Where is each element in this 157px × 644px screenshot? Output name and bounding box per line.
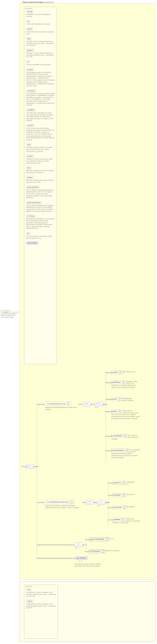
attr-pubconstraint: pubconstraint <box>26 186 40 189</box>
attr-uri: uri <box>26 20 30 23</box>
occurs: 0..1 <box>75 547 78 549</box>
attr-type: type <box>26 37 32 40</box>
occurs: 0..∞ <box>98 505 101 507</box>
connector <box>34 466 38 467</box>
attr-desc: One or many constraints that apply to pu… <box>26 205 55 212</box>
attr-roleuri: roleuri <box>26 600 34 603</box>
connector <box>37 404 37 558</box>
attr-any-other: any ##other <box>26 242 38 244</box>
group-def-desc: A group of properites required to define… <box>45 406 78 410</box>
elem-definition: definition+ <box>111 380 126 384</box>
attr-creatoruri: creatoruri <box>26 89 36 92</box>
attributes-frame: attributes qcodeA qualified code which i… <box>24 7 57 364</box>
plus-icon[interactable]: + <box>123 506 126 508</box>
rel-choice <box>97 500 106 504</box>
plus-icon[interactable]: + <box>119 410 121 412</box>
root-location: location <box>1 310 10 314</box>
plus-icon[interactable]: + <box>119 371 122 374</box>
attr-desc: One or many constraints that apply to pu… <box>26 189 55 199</box>
attr-desc: A free-text value assigned as property v… <box>26 31 55 35</box>
elem-facet: facet+ <box>111 410 123 413</box>
plus-icon[interactable]: + <box>126 449 128 452</box>
connector <box>37 544 76 545</box>
attr-desc: Indicates by which means the value was e… <box>26 146 55 152</box>
plus-icon[interactable]: + <box>122 494 125 496</box>
occurs: 0..∞ <box>79 560 82 562</box>
attr-desc: A refinement of the semantics of the loc… <box>26 592 56 597</box>
root-label: location <box>2 311 9 313</box>
attr-desc: A URI which identifies a concept. <box>26 23 55 25</box>
elem-note: note+ <box>111 397 122 401</box>
attr-desc: The type of the concept assigned as cont… <box>26 52 55 58</box>
area-choice <box>75 542 83 547</box>
minus-icon[interactable]: − <box>70 501 73 503</box>
extension-title: FlexLocationPropType (extension) <box>22 1 54 3</box>
def-seq2 <box>95 402 103 406</box>
attributes-title: attributes <box>25 585 58 587</box>
occurs: 0..∞ <box>95 406 98 408</box>
elem-hierarchyInfo: hierarchyInfo+ <box>111 448 130 452</box>
attr-howuri: howuri <box>26 155 34 158</box>
attr-how: how <box>26 143 32 146</box>
group-rel-desc: A group of properites required to indica… <box>45 505 83 508</box>
connector <box>21 466 27 467</box>
plus-icon[interactable]: + <box>106 538 108 540</box>
attr-desc: If set to true the corresponding propert… <box>26 128 55 141</box>
attr-id: id <box>26 60 30 63</box>
elem-broader: broader+ <box>113 493 126 497</box>
minus-icon[interactable]: − <box>67 402 69 405</box>
connector <box>103 404 107 405</box>
plus-icon[interactable]: + <box>124 435 126 437</box>
attr-desc: Indicates by which means the value was e… <box>26 158 55 164</box>
plus-icon[interactable]: + <box>123 482 125 484</box>
elem-remoteInfo: remoteInfo+ <box>111 434 128 438</box>
plus-icon[interactable]: + <box>122 381 125 384</box>
group-concept-definition: ConceptDefinitionGroup− <box>44 402 71 406</box>
group-concept-relationships: ConceptRelationshipsGroup− <box>44 500 75 504</box>
attr-whyuri: whyuri <box>26 176 34 179</box>
attr-creator: creator <box>26 68 34 71</box>
connector <box>83 544 87 545</box>
elem-name: name+ <box>111 370 123 374</box>
any-desc: Extension point for provider-defined pro… <box>75 563 106 567</box>
attr-desc: The local identifier of the property. <box>26 64 55 66</box>
rel-seq <box>86 500 94 504</box>
connector <box>108 482 108 526</box>
connector <box>105 502 109 503</box>
attr-pubconstrainturi: pubconstrainturi <box>26 201 42 204</box>
group-label: ConceptDefinitionGroup <box>46 403 65 405</box>
attr-modified: modified <box>26 108 35 112</box>
connector <box>12 312 19 312</box>
attr-desc: If the property value is not defined, sp… <box>26 72 55 87</box>
connector <box>37 558 76 559</box>
elem-geoAreaDetails: geoAreaDetails+ <box>89 537 110 541</box>
attr-desc: Why the metadata has been included - exp… <box>26 180 55 183</box>
attributes-title: attributes <box>25 7 57 9</box>
attr-qcode: qcode <box>26 10 33 13</box>
plus-icon[interactable]: + <box>122 518 124 521</box>
attr-why: why <box>26 166 32 169</box>
any-other-ext: any ##other <box>75 556 88 560</box>
group-label: ConceptRelationshipsGroup <box>46 501 69 503</box>
attr-desc: Specifies the language of this property … <box>26 218 55 230</box>
def-seq <box>83 402 91 406</box>
attr-dir: dir <box>26 232 30 235</box>
elem-related: related+ <box>113 518 126 522</box>
elem-narrower: narrower+ <box>113 506 127 509</box>
attr-role: role <box>26 588 31 591</box>
attr-desc: Why the metadata has been included - exp… <box>26 170 55 174</box>
elem-sameAs: sameAs+ <box>113 481 127 485</box>
attr-typeuri: typeuri <box>26 49 34 52</box>
elem-POIDetails: POIDetails+ <box>89 550 106 553</box>
attr-desc: The directionality of textual content (e… <box>26 236 55 239</box>
attr-desc: The type of the concept assigned as cont… <box>26 40 55 46</box>
attr-literal: literal <box>26 28 33 30</box>
attributes-frame-bottom: attributes roleA refinement of the seman… <box>24 585 58 639</box>
attr-desc: A qualified code which identifies a conc… <box>26 14 55 18</box>
plus-icon[interactable]: + <box>102 550 104 552</box>
plus-icon[interactable]: + <box>118 398 121 400</box>
attr-desc: If the attribute is empty, specifies whi… <box>26 93 55 106</box>
connector <box>106 372 106 463</box>
attr-desc: A refinement of the semantics of the loc… <box>26 603 56 609</box>
attr-xml:lang: xml:lang <box>26 214 35 218</box>
